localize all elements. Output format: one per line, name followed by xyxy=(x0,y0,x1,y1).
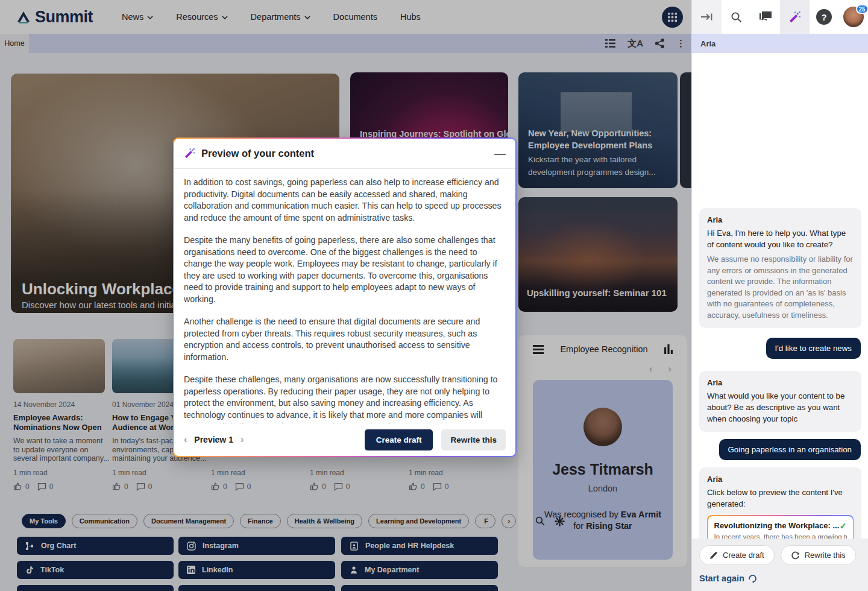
chat-button[interactable] xyxy=(750,0,780,34)
help-button[interactable]: ? xyxy=(810,0,839,34)
create-draft-chip[interactable]: Create draft xyxy=(699,545,775,565)
assistant-name: Aria xyxy=(707,215,854,224)
rewrite-this-chip[interactable]: Rewrite this xyxy=(781,545,856,565)
user-message: Going paperless in an organisation xyxy=(719,439,861,460)
search-icon xyxy=(731,11,742,23)
create-draft-button[interactable]: Create draft xyxy=(365,429,433,450)
restart-icon xyxy=(748,574,757,583)
preview-paragraph: Despite the many benefits of going paper… xyxy=(184,235,506,305)
pagination-label: Preview 1 xyxy=(194,435,233,444)
notification-badge: 25 xyxy=(856,4,868,14)
user-message: I'd like to create news xyxy=(766,338,861,359)
preview-modal: Preview of your content — In addition to… xyxy=(173,137,517,457)
collapse-arrow-icon xyxy=(700,13,712,21)
collapse-panel-button[interactable] xyxy=(692,0,722,34)
chat-thread: Aria Hi Eva, I'm here to help you. What … xyxy=(692,53,868,591)
search-button[interactable] xyxy=(722,0,751,34)
modal-footer: ‹ Preview 1 › Create draft Rewrite this xyxy=(174,423,515,456)
preview-pagination: ‹ Preview 1 › xyxy=(184,434,244,445)
assistant-name: Aria xyxy=(707,475,854,484)
user-avatar: 25 xyxy=(843,7,864,27)
sidebar-header: ? 25 xyxy=(692,0,868,34)
chip-label: Create draft xyxy=(723,551,764,560)
ai-assistant-button[interactable] xyxy=(780,0,810,34)
magic-wand-icon xyxy=(788,10,801,24)
chat-footer: Create draft Rewrite this Start again xyxy=(692,539,868,591)
assistant-message: Aria Hi Eva, I'm here to help you. What … xyxy=(699,208,861,328)
pagination-next-icon[interactable]: › xyxy=(241,434,244,445)
preview-paragraph: Despite these challenges, many organisat… xyxy=(184,374,506,423)
user-avatar-button[interactable]: 25 xyxy=(838,0,868,34)
refresh-icon xyxy=(791,551,800,560)
preview-card-title: Revolutionizing the Workplace: ... xyxy=(714,521,840,530)
app-root: Summit News Resources Departments Docume… xyxy=(0,0,868,591)
modal-title: Preview of your content xyxy=(201,148,314,159)
message-text: Hi Eva, I'm here to help you. What type … xyxy=(707,227,854,250)
minimize-icon[interactable]: — xyxy=(494,148,506,159)
chat-icon xyxy=(760,11,772,22)
assistant-sidebar: ? 25 Aria Aria Hi Eva, I'm here to help … xyxy=(691,0,868,591)
chat-actions: Create draft Rewrite this xyxy=(699,545,868,565)
start-again-label: Start again xyxy=(699,574,744,583)
rewrite-this-button[interactable]: Rewrite this xyxy=(441,429,506,450)
preview-paragraph: In addition to cost savings, going paper… xyxy=(184,177,506,224)
help-icon: ? xyxy=(816,9,832,25)
modal-body: In addition to cost savings, going paper… xyxy=(174,169,515,423)
check-icon: ✓ xyxy=(840,521,847,531)
modal-header: Preview of your content — xyxy=(174,139,515,169)
assistant-panel-title: Aria xyxy=(692,34,868,53)
start-again-link[interactable]: Start again xyxy=(699,574,757,583)
magic-wand-icon xyxy=(184,148,195,159)
message-text: What would you like your content to be a… xyxy=(707,390,854,425)
pencil-icon xyxy=(709,551,718,560)
pagination-prev-icon[interactable]: ‹ xyxy=(184,434,187,445)
disclaimer-text: We assume no responsibility or liability… xyxy=(707,254,854,321)
assistant-message: Aria What would you like your content to… xyxy=(699,371,861,432)
assistant-name: Aria xyxy=(707,378,854,387)
message-text: Click below to preview the content I've … xyxy=(707,487,854,510)
chip-label: Rewrite this xyxy=(805,551,846,560)
preview-paragraph: Another challenge is the need to ensure … xyxy=(184,316,506,363)
